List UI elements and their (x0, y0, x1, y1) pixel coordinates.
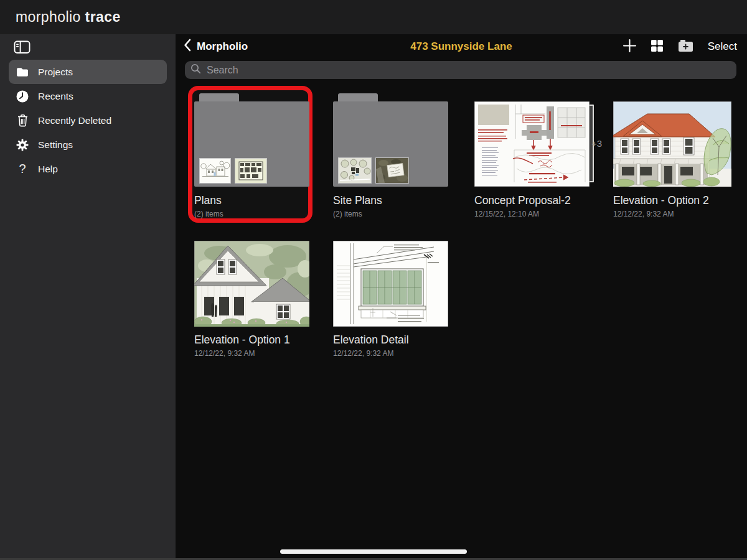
folder-body (333, 101, 448, 187)
concept-proposal-page (474, 101, 590, 187)
logo-primary: morpholio (16, 9, 81, 25)
item-timestamp: 12/12/22, 9:32 AM (333, 349, 448, 358)
sidebar-item-recents[interactable]: Recents (9, 84, 167, 108)
item-title: Elevation - Option 2 (613, 195, 728, 207)
sidebar-nav: Projects Recents (0, 60, 176, 181)
document-thumbnail (474, 93, 590, 187)
header-actions: Select (622, 34, 737, 59)
more-pages-badge: +3 (591, 138, 602, 149)
new-folder-icon (677, 39, 694, 55)
logo-secondary: trace (85, 9, 121, 25)
sidebar-item-label: Help (38, 164, 58, 175)
grid-view-icon (651, 39, 664, 55)
grid-item-concept-proposal[interactable]: Concept Proposal-2 12/15/22, 12:10 AM (474, 93, 590, 218)
sidebar-item-label: Recently Deleted (38, 115, 111, 126)
document-thumbnail (194, 233, 309, 326)
folder-preview-thumbs (200, 159, 266, 183)
app-window: morpholiotrace Projects (0, 0, 747, 560)
search-input[interactable] (205, 64, 731, 77)
sidebar-item-label: Recents (38, 91, 73, 102)
search-icon (190, 63, 201, 77)
item-timestamp: 12/12/22, 9:32 AM (194, 349, 309, 358)
folder-thumbnail (194, 93, 309, 187)
chevron-left-icon (184, 39, 191, 55)
item-title: Concept Proposal-2 (474, 195, 590, 207)
sidebar-item-label: Projects (38, 67, 73, 78)
grid-item-elevation-option-2[interactable]: Elevation - Option 2 12/12/22, 9:32 AM (613, 93, 728, 218)
question-icon: ? (15, 162, 30, 177)
grid-item-elevation-detail[interactable]: Elevation Detail 12/12/22, 9:32 AM (333, 233, 448, 358)
back-label: Morpholio (197, 40, 248, 53)
item-timestamp: 12/12/22, 9:32 AM (613, 210, 728, 218)
home-indicator[interactable] (280, 549, 467, 554)
search-bar[interactable] (185, 61, 736, 79)
sidebar-item-recently-deleted[interactable]: Recently Deleted (9, 108, 167, 133)
clock-icon (15, 89, 30, 104)
panel-toggle-icon (14, 39, 31, 58)
add-button[interactable] (622, 39, 637, 55)
sidebar-item-projects[interactable]: Projects (9, 60, 167, 84)
mini-thumb-aerial-photo (376, 158, 408, 183)
main-content: Morpholio 473 Sunnyside Lane (176, 34, 747, 560)
elevation-option-2-image (613, 101, 731, 187)
item-title: Elevation Detail (333, 334, 448, 346)
grid-item-site-plans[interactable]: Site Plans (2) items (333, 93, 448, 218)
sidebar-item-settings[interactable]: Settings (9, 133, 167, 157)
sidebar: Projects Recents (0, 34, 176, 560)
mini-thumb-elevation-sketch (200, 159, 230, 183)
sidebar-item-label: Settings (38, 139, 73, 151)
folder-tab (338, 93, 378, 102)
add-icon (622, 39, 637, 55)
item-title: Site Plans (333, 195, 448, 207)
folder-icon (15, 65, 30, 80)
select-button[interactable]: Select (708, 40, 737, 53)
item-count: (2) items (333, 210, 448, 218)
back-button[interactable]: Morpholio (184, 34, 248, 59)
folder-body (194, 101, 309, 187)
elevation-detail-image (333, 241, 448, 327)
new-folder-button[interactable] (677, 39, 694, 55)
grid-item-plans[interactable]: Plans (2) items (194, 93, 309, 218)
folder-preview-thumbs (339, 158, 408, 183)
mini-thumb-site-plan-sketch (339, 158, 371, 183)
sidebar-toggle-button[interactable] (12, 39, 31, 57)
top-bar: morpholiotrace (0, 0, 747, 34)
app-logo: morpholiotrace (16, 9, 121, 26)
grid-item-elevation-option-1[interactable]: Elevation - Option 1 12/12/22, 9:32 AM (194, 233, 309, 358)
document-thumbnail (613, 93, 728, 187)
document-thumbnail (333, 233, 448, 326)
main-header: Morpholio 473 Sunnyside Lane (176, 34, 747, 59)
sidebar-item-help[interactable]: ? Help (9, 157, 167, 181)
trash-icon (15, 113, 30, 128)
gear-icon (15, 138, 30, 152)
item-title: Plans (194, 195, 309, 207)
grid-view-button[interactable] (651, 39, 664, 55)
folder-thumbnail (333, 93, 448, 187)
elevation-option-1-image (194, 241, 309, 327)
item-title: Elevation - Option 1 (194, 334, 309, 346)
mini-thumb-floor-plan (235, 159, 266, 183)
item-count: (2) items (194, 210, 309, 218)
folder-tab (199, 93, 239, 102)
item-timestamp: 12/15/22, 12:10 AM (474, 210, 590, 218)
